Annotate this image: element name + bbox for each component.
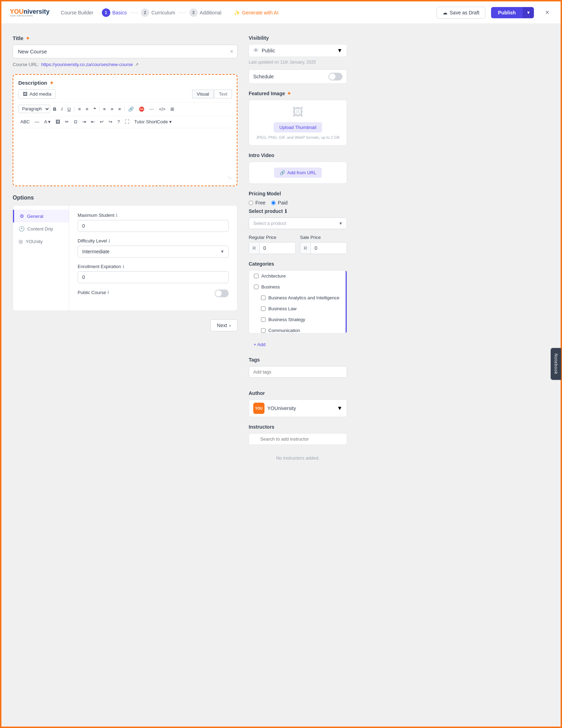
visibility-value: Public bbox=[262, 48, 275, 53]
code-btn[interactable]: </> bbox=[157, 106, 168, 112]
table-btn[interactable]: ⊞ bbox=[168, 106, 176, 112]
paid-radio[interactable] bbox=[271, 201, 276, 205]
fullscreen-btn[interactable]: ⛶ bbox=[123, 118, 131, 125]
upload-thumbnail-button[interactable]: Upload Thumbnail bbox=[274, 122, 322, 132]
enrollment-label: Enrollment Expiration ℹ bbox=[78, 264, 229, 269]
instructors-title: Instructors bbox=[249, 424, 347, 430]
course-url-link[interactable]: https://youniversity.co.za/courses/new-c… bbox=[41, 62, 133, 67]
public-course-toggle[interactable] bbox=[215, 290, 229, 297]
category-bus-law[interactable]: Business Law bbox=[249, 303, 347, 314]
media2-btn[interactable]: 🖼 bbox=[53, 118, 62, 125]
featured-image-box: 🖼 Upload Thumbnail JPEG, PNG, GIF, and W… bbox=[249, 100, 347, 145]
category-bus-law-checkbox[interactable] bbox=[261, 306, 266, 311]
paragraph-select[interactable]: Paragraph bbox=[18, 105, 50, 113]
visibility-dropdown[interactable]: 👁 Public ▼ bbox=[249, 44, 347, 57]
category-bus-strategy[interactable]: Business Strategy bbox=[249, 314, 347, 325]
sale-price-input[interactable] bbox=[311, 242, 347, 254]
align-left-btn[interactable]: ≡ bbox=[101, 106, 108, 112]
unlink-btn[interactable]: ⛔ bbox=[137, 106, 146, 112]
enrollment-input[interactable] bbox=[78, 271, 229, 283]
intro-video-section: Intro Video 🔗 Add from URL bbox=[249, 152, 347, 184]
step-basics[interactable]: 1 Basics bbox=[102, 8, 127, 17]
bold-btn[interactable]: B bbox=[51, 106, 58, 112]
close-button[interactable]: × bbox=[542, 7, 552, 18]
shortcode-btn[interactable]: Tutor ShortCode ▾ bbox=[132, 118, 174, 125]
category-architecture-checkbox[interactable] bbox=[254, 274, 259, 278]
ol-btn[interactable]: ≡ bbox=[84, 106, 91, 112]
redo-btn[interactable]: ↪ bbox=[106, 118, 115, 125]
next-button[interactable]: Next › bbox=[210, 319, 237, 331]
hrule-btn[interactable]: — bbox=[33, 118, 41, 125]
fontcolor-btn[interactable]: A ▾ bbox=[42, 118, 53, 125]
undo-btn[interactable]: ↩ bbox=[98, 118, 106, 125]
visibility-title: Visibility bbox=[249, 35, 347, 41]
editor-resize-handle[interactable]: ⤡ bbox=[18, 175, 232, 181]
category-bus-analytics[interactable]: Business Analytics and Intelligence bbox=[249, 292, 347, 303]
align-right-btn[interactable]: ≡ bbox=[116, 106, 123, 112]
regular-price-input[interactable] bbox=[260, 242, 295, 254]
align-center-btn[interactable]: ≡ bbox=[109, 106, 116, 112]
add-from-url-button[interactable]: 🔗 Add from URL bbox=[274, 168, 322, 178]
option-youunity[interactable]: ◎ YOUnity bbox=[13, 235, 69, 248]
publish-button[interactable]: Publish bbox=[491, 7, 523, 18]
free-radio-label[interactable]: Free bbox=[249, 200, 266, 206]
outdent-btn[interactable]: ⇤ bbox=[89, 118, 97, 125]
italic-btn[interactable]: I bbox=[59, 106, 65, 112]
paid-radio-label[interactable]: Paid bbox=[271, 200, 288, 206]
notebook-tab[interactable]: Notebook bbox=[550, 348, 561, 380]
instructor-search-input[interactable] bbox=[249, 433, 347, 445]
pencil-btn[interactable]: ✏ bbox=[63, 118, 71, 125]
underline-btn[interactable]: U bbox=[65, 106, 73, 112]
price-row: Regular Price R Sale Price R bbox=[249, 235, 347, 254]
generate-ai-button[interactable]: ✨ Generate with AI bbox=[230, 8, 283, 18]
max-student-input[interactable] bbox=[78, 220, 229, 232]
abc-btn[interactable]: ABC bbox=[18, 118, 32, 125]
tags-input[interactable] bbox=[249, 366, 347, 378]
category-business-checkbox[interactable] bbox=[254, 285, 259, 289]
category-business[interactable]: Business bbox=[249, 281, 347, 292]
category-communication[interactable]: Communication bbox=[249, 325, 347, 333]
add-media-button[interactable]: 🖼 Add media bbox=[18, 89, 56, 99]
schedule-toggle[interactable] bbox=[328, 73, 342, 80]
ul-btn[interactable]: ≡ bbox=[76, 106, 83, 112]
tab-text[interactable]: Text bbox=[214, 90, 232, 98]
difficulty-select[interactable]: Beginner Intermediate Advanced Expert bbox=[78, 246, 229, 258]
editor-topbar: 🖼 Add media Visual Text bbox=[18, 89, 232, 99]
featured-image-title: Featured Image ✦ bbox=[249, 91, 347, 96]
clear-title-icon[interactable]: × bbox=[230, 48, 233, 55]
step-additional[interactable]: 3 Additional bbox=[189, 8, 222, 17]
schedule-label: Schedule bbox=[253, 74, 274, 79]
tags-title: Tags bbox=[249, 357, 347, 363]
option-content-drip[interactable]: 🕐 Content Drip bbox=[13, 222, 69, 235]
help-btn[interactable]: ? bbox=[115, 118, 122, 125]
step-curriculum[interactable]: 2 Curriculum bbox=[141, 8, 175, 17]
tab-visual[interactable]: Visual bbox=[192, 90, 214, 98]
top-bar: YOUniversity learn without limits Course… bbox=[1, 1, 561, 24]
omega-btn[interactable]: Ω bbox=[72, 118, 79, 125]
link-btn[interactable]: 🔗 bbox=[126, 106, 136, 112]
editor-body[interactable] bbox=[18, 128, 232, 174]
quote-btn[interactable]: ❝ bbox=[91, 106, 98, 112]
free-radio[interactable] bbox=[249, 201, 253, 205]
sparkle-icon: ✨ bbox=[234, 10, 240, 15]
difficulty-group: Difficulty Level ℹ Beginner Intermediate… bbox=[78, 238, 229, 258]
select-product[interactable]: Select a product bbox=[249, 217, 347, 229]
indent-btn[interactable]: ⇥ bbox=[80, 118, 88, 125]
title-input[interactable] bbox=[13, 45, 237, 58]
more-btn[interactable]: ⋯ bbox=[147, 106, 156, 112]
category-architecture[interactable]: Architecture bbox=[249, 271, 347, 281]
editor-toolbar-row2: ABC — A ▾ 🖼 ✏ Ω ⇥ ⇤ ↩ ↪ ? ⛶ Tutor ShortC… bbox=[18, 116, 232, 126]
pricing-title: Pricing Model bbox=[249, 191, 347, 196]
category-bus-strategy-checkbox[interactable] bbox=[261, 317, 266, 322]
no-instructors-text: No instructors added. bbox=[249, 451, 347, 465]
regular-price-wrapper: R bbox=[249, 242, 296, 254]
publish-dropdown-button[interactable]: ▼ bbox=[523, 7, 534, 18]
intro-video-box: 🔗 Add from URL bbox=[249, 162, 347, 184]
author-dropdown[interactable]: YOU YOUniversity ▼ bbox=[249, 399, 347, 417]
visibility-section: Visibility 👁 Public ▼ Last updated on 11… bbox=[249, 35, 347, 84]
category-communication-checkbox[interactable] bbox=[261, 328, 266, 333]
category-bus-analytics-checkbox[interactable] bbox=[261, 295, 266, 300]
add-category-button[interactable]: + Add bbox=[249, 339, 270, 350]
save-draft-button[interactable]: ☁ Save as Draft bbox=[437, 7, 485, 19]
option-general[interactable]: ⚙ General bbox=[13, 210, 69, 222]
